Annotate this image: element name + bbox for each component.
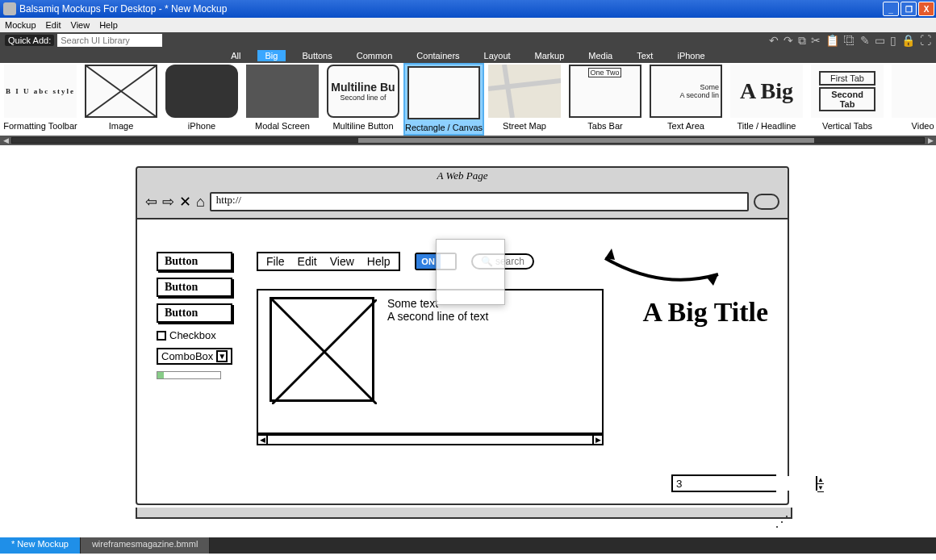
thumb-video-player [892,65,936,118]
app-menubar: Mockup Edit View Help [0,18,936,32]
stepper-down-icon[interactable]: ▼ [817,484,824,492]
tab-iphone[interactable]: iPhone [669,50,712,61]
browser-window-widget[interactable]: A Web Page ⇦ ⇨ ✕ ⌂ http:// Button Button… [136,166,789,505]
library-item-label: Title / Headline [738,121,796,131]
tab-big[interactable]: Big [257,50,286,61]
library-item-label: Street Map [503,121,546,131]
library-item[interactable]: SomeA second lin Text Area [646,63,726,136]
library-item-label: Modal Screen [255,121,310,131]
mockup-button[interactable]: Button [157,278,232,297]
library-item-label: Formatting Toolbar [3,121,77,131]
back-arrow-icon[interactable]: ⇦ [145,193,157,211]
resize-handle-icon[interactable]: ⋰ [775,512,789,530]
tab-all[interactable]: All [223,50,249,61]
mockup-content-panel[interactable]: Some text A second line of text [257,289,604,434]
doc-tab-active[interactable]: * New Mockup [0,537,81,554]
minimize-button[interactable]: _ [883,2,899,16]
copy-icon[interactable]: ⧉ [798,34,806,48]
menu-help[interactable]: Help [99,20,118,30]
thumb-formatting-toolbar: B I U abc style [4,65,77,118]
duplicate-icon[interactable]: ⿻ [844,34,855,48]
paste-icon[interactable]: 📋 [825,34,839,48]
library-item[interactable]: Video Pl [888,63,936,136]
mockup-button[interactable]: Button [157,252,232,271]
mockup-numeric-stepper[interactable]: ▲▼ [671,474,776,492]
quickadd-toolbar: Quick Add: ↶ ↷ ⧉ ✂ 📋 ⿻ ✎ ▭ ▯ 🔒 ⛶ [0,32,936,48]
library-item[interactable]: iPhone [161,63,242,136]
undo-icon[interactable]: ↶ [769,34,779,48]
menu-mockup[interactable]: Mockup [5,20,36,30]
stop-x-icon[interactable]: ✕ [179,193,191,211]
library-item[interactable]: Street Map [484,63,565,136]
library-item[interactable]: Image [81,63,161,136]
mockup-checkbox[interactable]: Checkbox [157,329,232,341]
mockup-menubar[interactable]: File Edit View Help [257,252,400,271]
svg-line-3 [504,65,512,118]
edit-icon[interactable]: ✎ [860,34,870,48]
library-item[interactable]: B I U abc style Formatting Toolbar [0,63,81,136]
library-item-selected[interactable]: Rectangle / Canvas [403,63,484,136]
browser-statusbar: ⋰ [136,508,792,519]
lock-icon[interactable]: 🔒 [901,34,915,48]
library-item[interactable]: One Two Tabs Bar [565,63,646,136]
forward-arrow-icon[interactable]: ⇨ [162,193,174,211]
tab-containers[interactable]: Containers [408,50,467,61]
search-ui-library-input[interactable] [57,34,162,47]
mockup-button[interactable]: Button [157,303,232,323]
library-item[interactable]: First Tab Second Tab Vertical Tabs [807,63,888,136]
ungroup-icon[interactable]: ▯ [890,34,896,48]
app-icon [3,2,16,15]
svg-line-5 [272,299,377,404]
tab-common[interactable]: Common [349,50,401,61]
url-field[interactable]: http:// [210,192,749,211]
ui-library-strip: B I U abc style Formatting Toolbar Image… [0,63,936,136]
toolbar-icons: ↶ ↷ ⧉ ✂ 📋 ⿻ ✎ ▭ ▯ 🔒 ⛶ [769,34,931,48]
menu-view[interactable]: View [71,20,90,30]
thumb-multiline-button: Multiline Bu Second line of [327,65,399,118]
library-item[interactable]: A Big Title / Headline [726,63,807,136]
tab-text[interactable]: Text [629,50,661,61]
window-titlebar: Balsamiq Mockups For Desktop - * New Moc… [0,0,936,18]
library-item[interactable]: Multiline Bu Second line of Multiline Bu… [323,63,403,136]
redo-icon[interactable]: ↷ [783,34,793,48]
category-tabs: All Big Buttons Common Containers Layout… [0,48,936,63]
stepper-input[interactable] [673,476,816,491]
svg-line-6 [272,299,377,404]
browser-navbar: ⇦ ⇨ ✕ ⌂ http:// [137,186,788,219]
mockup-combobox[interactable]: ComboBox▼ [157,348,232,365]
home-icon[interactable]: ⌂ [196,194,205,211]
thumb-title-headline: A Big [730,65,803,118]
group-icon[interactable]: ▭ [875,34,885,48]
go-button[interactable] [754,194,779,210]
mockup-horizontal-scrollbar[interactable]: ◀▶ [257,434,604,445]
stepper-up-icon[interactable]: ▲ [817,476,824,484]
close-button[interactable]: X [918,2,934,16]
thumb-modal [246,65,319,118]
fullscreen-icon[interactable]: ⛶ [920,34,931,48]
image-placeholder-icon[interactable] [270,297,374,402]
tab-media[interactable]: Media [580,50,621,61]
maximize-button[interactable]: ❐ [900,2,917,16]
tab-buttons[interactable]: Buttons [294,50,340,61]
tab-layout[interactable]: Layout [476,50,519,61]
cut-icon[interactable]: ✂ [811,34,821,48]
browser-page-title[interactable]: A Web Page [137,168,788,186]
scroll-right-icon[interactable]: ▶ [925,136,936,144]
library-item-label: Video Pl [912,121,936,131]
library-item[interactable]: Modal Screen [242,63,323,136]
library-scrollbar[interactable]: ◀ ▶ [0,136,936,145]
library-item-label: Text Area [667,121,704,131]
mockup-progress-bar[interactable] [157,371,221,379]
library-item-label: Vertical Tabs [822,121,872,131]
scroll-left-icon[interactable]: ◀ [0,136,11,144]
mockup-headline[interactable]: A Big Title [642,297,768,328]
design-canvas[interactable]: A Web Page ⇦ ⇨ ✕ ⌂ http:// Button Button… [0,145,936,554]
curved-arrow-icon[interactable] [597,242,726,302]
window-buttons: _ ❐ X [883,2,936,16]
library-item-label: Rectangle / Canvas [405,123,483,132]
menu-edit[interactable]: Edit [46,20,61,30]
checkbox-icon [157,331,166,341]
dragging-rectangle-preview[interactable] [436,239,505,305]
doc-tab[interactable]: wireframesmagazine.bmml [81,537,210,554]
tab-markup[interactable]: Markup [527,50,573,61]
